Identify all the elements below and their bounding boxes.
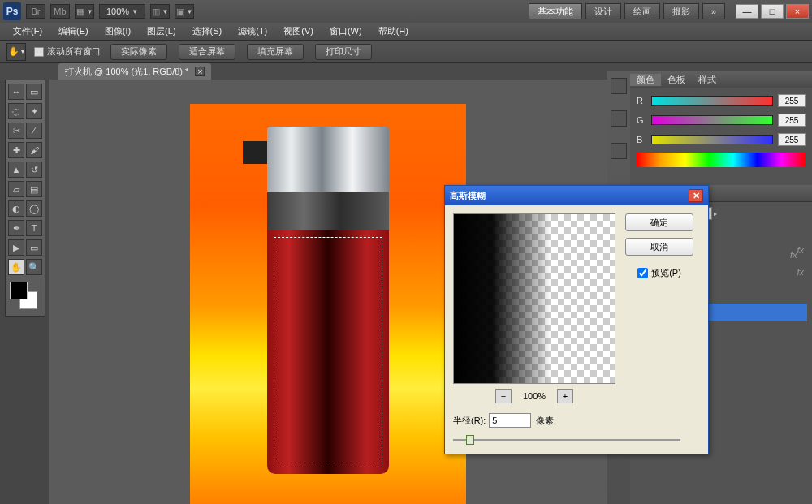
- collapsed-panel-icon[interactable]: [611, 110, 627, 127]
- document-tab-title: 打火机 @ 100% (光1, RGB/8) *: [65, 66, 188, 78]
- eyedropper-tool-icon[interactable]: ∕: [26, 123, 42, 139]
- window-minimize-button[interactable]: —: [736, 4, 758, 19]
- filter-preview[interactable]: [453, 213, 615, 384]
- menu-layer[interactable]: 图层(L): [147, 25, 175, 37]
- selection-marquee: [274, 237, 382, 467]
- workspace-basic[interactable]: 基本功能: [529, 3, 582, 19]
- b-slider[interactable]: [651, 135, 773, 144]
- blur-tool-icon[interactable]: ◐: [8, 200, 24, 217]
- wand-tool-icon[interactable]: ✦: [26, 103, 42, 119]
- channel-b-label: B: [637, 135, 646, 144]
- screen-mode-icon[interactable]: ▣▼: [175, 4, 194, 19]
- current-tool-icon[interactable]: ✋▾: [6, 43, 26, 61]
- dialog-close-button[interactable]: ✕: [689, 189, 703, 202]
- fit-screen-button[interactable]: 适合屏幕: [179, 44, 235, 60]
- workspace-more[interactable]: »: [702, 3, 725, 19]
- print-size-button[interactable]: 打印尺寸: [315, 44, 372, 60]
- zoom-out-button[interactable]: −: [495, 389, 512, 403]
- zoom-level-value: 100%: [106, 6, 129, 16]
- dialog-titlebar[interactable]: 高斯模糊 ✕: [445, 186, 708, 205]
- brush-tool-icon[interactable]: 🖌: [26, 142, 42, 158]
- menu-select[interactable]: 选择(S): [192, 25, 222, 37]
- r-slider[interactable]: [651, 96, 773, 106]
- marquee-tool-icon[interactable]: ▭: [26, 84, 42, 100]
- scroll-all-label: 滚动所有窗口: [47, 45, 101, 58]
- preview-checkbox-label: 预览(P): [651, 267, 681, 279]
- ok-button[interactable]: 确定: [625, 213, 693, 231]
- gradient-tool-icon[interactable]: ▤: [26, 181, 42, 197]
- scroll-all-checkbox[interactable]: [34, 47, 44, 57]
- b-value[interactable]: 255: [778, 133, 806, 146]
- hand-tool-icon[interactable]: ✋: [8, 259, 24, 275]
- move-tool-icon[interactable]: ↔: [8, 84, 24, 100]
- preview-zoom-value: 100%: [523, 391, 546, 401]
- crop-tool-icon[interactable]: ✂: [8, 123, 24, 139]
- ps-logo-icon: Ps: [3, 2, 21, 20]
- tab-swatches[interactable]: 色板: [661, 74, 692, 86]
- chevron-right-icon[interactable]: ▸: [714, 210, 717, 218]
- history-brush-tool-icon[interactable]: ↺: [26, 162, 42, 178]
- preview-checkbox-input[interactable]: [637, 268, 648, 278]
- menu-filter[interactable]: 滤镜(T): [238, 25, 267, 37]
- fill-screen-button[interactable]: 填充屏幕: [247, 44, 304, 60]
- lighter-artwork: [267, 127, 389, 474]
- type-tool-icon[interactable]: T: [26, 220, 42, 236]
- document-canvas[interactable]: [190, 104, 466, 504]
- gaussian-blur-dialog: 高斯模糊 ✕ − 100% + 确定 取消 预览(P) 半径(R): 像素: [444, 185, 709, 454]
- radius-label: 半径(R):: [453, 415, 486, 427]
- tab-color[interactable]: 颜色: [630, 74, 661, 86]
- g-slider[interactable]: [651, 115, 773, 125]
- color-panel: R255 G255 B255: [630, 88, 812, 185]
- dialog-title: 高斯模糊: [450, 190, 486, 202]
- view-extras-icon[interactable]: ▦▼: [75, 4, 94, 19]
- slider-thumb[interactable]: [466, 435, 474, 445]
- radius-input[interactable]: [489, 413, 531, 428]
- path-select-tool-icon[interactable]: ▶: [8, 239, 24, 256]
- menu-view[interactable]: 视图(V): [283, 25, 313, 37]
- workspace-photo[interactable]: 摄影: [663, 3, 699, 19]
- menu-image[interactable]: 图像(I): [105, 25, 131, 37]
- actual-pixels-button[interactable]: 实际像素: [110, 44, 167, 60]
- toolbox: ↔▭ ◌✦ ✂∕ ✚🖌 ▲↺ ▱▤ ◐◯ ✒T ▶▭ ✋🔍: [5, 80, 45, 317]
- workspace-design[interactable]: 设计: [585, 3, 621, 19]
- dodge-tool-icon[interactable]: ◯: [26, 200, 42, 217]
- channel-g-label: G: [637, 115, 646, 125]
- zoom-in-button[interactable]: +: [557, 389, 573, 403]
- channel-r-label: R: [637, 96, 646, 106]
- g-value[interactable]: 255: [778, 114, 806, 127]
- zoom-level[interactable]: 100%▼: [99, 4, 145, 19]
- document-tab-close-icon[interactable]: ×: [195, 67, 205, 76]
- window-close-button[interactable]: ×: [786, 4, 809, 19]
- eraser-tool-icon[interactable]: ▱: [8, 181, 24, 197]
- r-value[interactable]: 255: [778, 94, 806, 107]
- window-maximize-button[interactable]: □: [761, 4, 784, 19]
- color-swatches[interactable]: [8, 280, 42, 311]
- minibridge-icon[interactable]: Mb: [50, 4, 70, 19]
- radius-slider[interactable]: [453, 434, 680, 446]
- foreground-swatch[interactable]: [10, 282, 28, 299]
- bridge-icon[interactable]: Br: [26, 4, 45, 19]
- stamp-tool-icon[interactable]: ▲: [8, 162, 24, 178]
- heal-tool-icon[interactable]: ✚: [8, 142, 24, 158]
- collapsed-panel-icon[interactable]: [611, 78, 627, 94]
- collapsed-panel-icon[interactable]: [611, 143, 627, 159]
- cancel-button[interactable]: 取消: [625, 238, 693, 256]
- spectrum-ramp[interactable]: [637, 153, 806, 167]
- menu-window[interactable]: 窗口(W): [330, 25, 362, 37]
- color-panel-tabs: 颜色 色板 样式: [630, 71, 812, 88]
- pen-tool-icon[interactable]: ✒: [8, 220, 24, 236]
- document-tab[interactable]: 打火机 @ 100% (光1, RGB/8) * ×: [58, 63, 211, 80]
- title-bar: Ps Br Mb ▦▼ 100%▼ ▥▼ ▣▼ 基本功能 设计 绘画 摄影 » …: [0, 0, 812, 23]
- radius-unit: 像素: [536, 415, 554, 427]
- lasso-tool-icon[interactable]: ◌: [8, 103, 24, 119]
- menu-bar: 文件(F) 编辑(E) 图像(I) 图层(L) 选择(S) 滤镜(T) 视图(V…: [0, 23, 812, 41]
- zoom-tool-icon[interactable]: 🔍: [26, 259, 42, 275]
- tab-styles[interactable]: 样式: [692, 74, 723, 86]
- menu-help[interactable]: 帮助(H): [378, 25, 408, 37]
- shape-tool-icon[interactable]: ▭: [26, 239, 42, 256]
- preview-checkbox[interactable]: 预览(P): [637, 267, 681, 279]
- menu-edit[interactable]: 编辑(E): [58, 25, 89, 37]
- workspace-paint[interactable]: 绘画: [624, 3, 660, 19]
- menu-file[interactable]: 文件(F): [13, 25, 42, 37]
- arrange-docs-icon[interactable]: ▥▼: [150, 4, 170, 19]
